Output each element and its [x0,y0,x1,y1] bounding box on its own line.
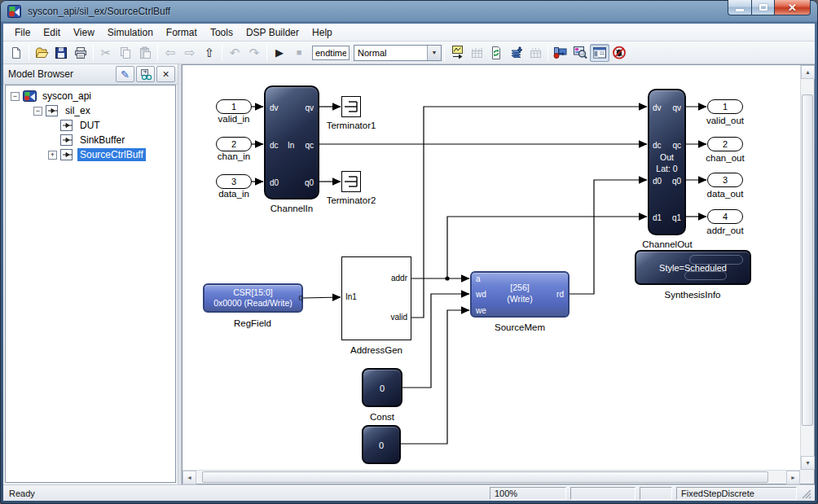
panel-close-button[interactable]: × [156,66,175,82]
tree-item-sourcectrlbuff[interactable]: + SourceCtrlBuff [6,147,175,162]
outport-block-addr-out[interactable]: 4 [707,209,743,224]
vertical-scroll-thumb[interactable] [802,94,813,426]
scroll-down-button[interactable]: ▼ [801,456,815,470]
scroll-up-button[interactable]: ▲ [801,65,815,79]
build-grid-button[interactable] [467,44,486,62]
horizontal-scroll-thumb[interactable] [202,471,768,483]
toolbar-separator [29,45,29,61]
wire[interactable] [402,294,469,388]
port-label: d0 [653,177,662,186]
collapse-expander-icon[interactable]: − [33,107,42,116]
block-mode-label: Out [649,152,684,163]
menu-format[interactable]: Format [160,25,204,40]
grid-disabled-icon [529,46,543,59]
memory-size-label: [256] [472,283,568,293]
tree-item-label-selected[interactable]: SourceCtrlBuff [77,148,146,161]
go-forward-button[interactable]: ⇨ [180,44,200,62]
browse-masked-systems-button[interactable]: ✎ [116,66,134,82]
channel-out-block[interactable]: dv qv dc qc Out Lat: 0 d0 q0 d1 q1 [648,89,686,235]
tree-item-label[interactable]: SinkBuffer [77,134,127,147]
new-model-button[interactable] [7,44,26,62]
tree-item-sil-ex[interactable]: − sil_ex [6,103,175,118]
outport-block-data-out[interactable]: 3 [707,173,743,187]
collapse-expander-icon[interactable]: − [11,92,20,101]
maximize-button[interactable] [751,0,774,15]
vertical-scroll-track[interactable] [801,79,814,456]
go-back-button[interactable]: ⇦ [161,44,180,62]
diagram-canvas[interactable]: 1 valid_in 2 chan_in 3 data_in dv qv dc … [183,65,800,470]
menu-dsp-builder[interactable]: DSP Builder [240,25,306,40]
library-browser-button[interactable] [551,44,570,62]
simulation-stop-time-input[interactable] [312,46,350,60]
go-up-button[interactable]: ⇧ [200,44,219,62]
grid-disabled-icon [470,46,484,59]
scroll-up-icon: ▲ [805,69,811,75]
play-icon: ▶ [275,47,284,58]
stop-simulation-button[interactable]: ■ [289,44,309,62]
tree-item-sinkbuffer[interactable]: SinkBuffer [6,133,175,147]
expand-expander-icon[interactable]: + [48,151,57,160]
horizontal-scrollbar[interactable]: ◄ ► [183,470,800,484]
tree-item-label[interactable]: sil_ex [63,104,93,117]
menu-file[interactable]: File [8,25,37,40]
reg-field-block[interactable]: CSR[15:0] 0x0000 (Read/Write) q [203,283,303,313]
debug-disabled-button[interactable] [609,44,629,62]
resize-grip[interactable] [800,488,811,499]
const-block[interactable]: 0 [362,368,402,407]
horizontal-scroll-track[interactable] [196,471,786,484]
print-button[interactable] [71,44,90,62]
update-diagram-button[interactable] [506,44,526,62]
menu-simulation[interactable]: Simulation [101,25,160,40]
inport-block-data-in[interactable]: 3 [216,174,252,189]
scroll-right-button[interactable]: ► [786,471,800,484]
paste-button[interactable] [135,44,155,62]
wire[interactable] [447,217,647,278]
simulink-app-icon [7,5,21,18]
look-under-mask-button[interactable] [136,66,155,82]
outport-label: chan_out [691,153,759,163]
memory-mode-label: (Write) [472,294,568,305]
refresh-model-button[interactable] [486,44,506,62]
tree-item-dut[interactable]: DUT [6,118,175,133]
terminator1-block[interactable] [341,96,361,117]
model-browser-toggle-button[interactable] [590,44,609,62]
const1-block[interactable]: 0 [362,425,401,464]
undo-button[interactable]: ↶ [225,44,244,62]
channel-in-block[interactable]: dv qv dc In qc d0 q0 [264,85,319,199]
inport-block-valid-in[interactable]: 1 [216,99,252,114]
scroll-left-button[interactable]: ◄ [183,471,196,484]
start-simulation-button[interactable]: ▶ [270,44,289,62]
menu-view[interactable]: View [67,25,101,40]
synthesis-info-block[interactable]: Style=Scheduled [635,250,751,285]
outport-block-valid-out[interactable]: 1 [707,99,743,114]
vertical-scrollbar[interactable]: ▲ ▼ [800,65,814,470]
tree-item-label[interactable]: syscon_api [40,90,94,103]
subsystem-icon [60,134,74,146]
model-browser-icon [592,46,607,59]
open-button[interactable] [32,44,51,62]
tree-item-label[interactable]: DUT [77,119,103,132]
cut-button[interactable]: ✂ [96,44,116,62]
copy-button[interactable] [116,44,135,62]
address-gen-block[interactable]: In1 addr valid [341,256,411,340]
simulation-mode-select[interactable]: Normal ▼ [354,45,442,61]
outport-block-chan-out[interactable]: 2 [707,137,743,151]
model-explorer-button[interactable] [570,44,590,62]
menu-tools[interactable]: Tools [204,25,240,40]
menu-help[interactable]: Help [306,25,339,40]
redo-button[interactable]: ↷ [244,44,264,62]
port-label: dc [270,141,279,151]
terminator2-block[interactable] [341,171,361,192]
close-button[interactable]: ✕ [774,0,811,15]
source-mem-block[interactable]: a wd we rd [256] (Write) [470,271,570,318]
save-button[interactable] [51,44,71,62]
new-page-icon [10,46,23,59]
minimize-button[interactable] [728,0,751,15]
wire[interactable] [303,297,341,298]
simulation-output-button[interactable] [447,44,467,62]
chevron-down-icon[interactable]: ▼ [427,46,441,60]
inport-block-chan-in[interactable]: 2 [216,137,252,151]
tree-item-syscon-api[interactable]: − syscon_api [6,89,175,103]
incremental-build-button[interactable] [526,44,545,62]
menu-edit[interactable]: Edit [37,25,67,40]
